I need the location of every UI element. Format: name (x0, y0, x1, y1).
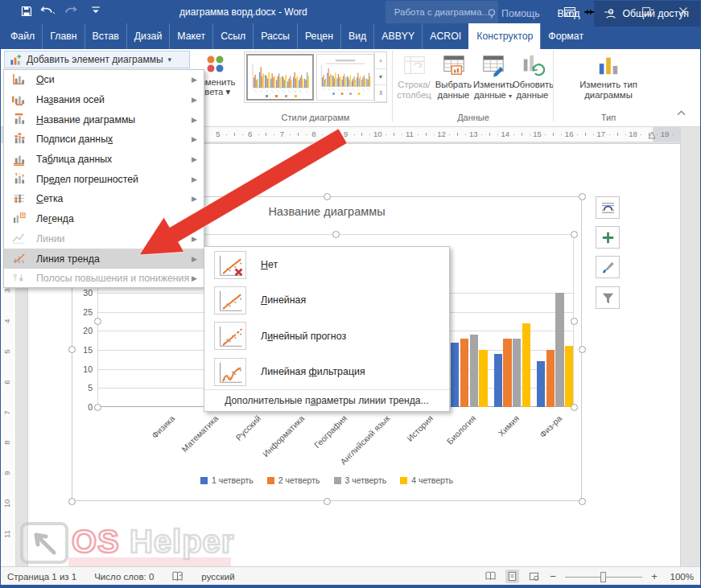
proofing-icon[interactable] (171, 570, 183, 582)
chart-title-icon (11, 113, 27, 126)
y-axis-label: 5 (68, 383, 93, 393)
menu-item-label: Оси (36, 74, 55, 85)
selection-handle[interactable] (94, 318, 101, 325)
selection-handle[interactable] (579, 193, 586, 200)
chart-styles-button[interactable] (596, 256, 620, 278)
chart-elements-button[interactable] (596, 226, 620, 249)
ruler-tick (394, 133, 394, 136)
gallery-more-button[interactable]: ⊼ (375, 85, 386, 102)
tab-acroi[interactable]: ACROI (422, 23, 468, 49)
submenu-item-trend-moving-avg[interactable]: Линейная фильтрация (204, 354, 449, 389)
menu-item-data-labels[interactable]: Подписи данных▶ (4, 130, 204, 150)
menu-item-legend[interactable]: Легенда▶ (4, 209, 204, 229)
ruler-number: 9 (344, 130, 348, 138)
y-axis-label: 20 (68, 326, 93, 335)
bar-3-четверть-7 (470, 335, 478, 407)
tab-макет[interactable]: Макет (169, 23, 212, 49)
undo-icon[interactable] (39, 5, 54, 19)
zoom-in-button[interactable]: + (650, 570, 658, 582)
share-button[interactable]: Общий доступ (594, 1, 700, 27)
submenu-item-trend-forecast[interactable]: Линейный прогноз (204, 319, 449, 354)
ruler-number: 7 (2, 407, 12, 418)
language-indicator[interactable]: русский (201, 572, 234, 582)
selection-handle[interactable] (332, 231, 340, 238)
submenu-item-trend-linear[interactable]: Линейная (204, 282, 449, 318)
tab-главн[interactable]: Главн (42, 23, 84, 49)
chart-style-thumbnail-1[interactable] (246, 54, 314, 101)
selection-handle[interactable] (571, 318, 578, 325)
menu-item-data-table[interactable]: Таблица данных▶ (4, 150, 204, 170)
selection-handle[interactable] (571, 231, 578, 238)
selection-handle[interactable] (324, 193, 331, 200)
tab-встав[interactable]: Встав (85, 23, 126, 49)
zoom-level[interactable]: 100% (666, 572, 694, 582)
menu-item-error-bars[interactable]: Предел погрешностей▶ (4, 169, 204, 189)
gridlines-icon (11, 192, 27, 205)
menu-item-chart-title[interactable]: Название диаграммы▶ (4, 109, 204, 130)
save-icon[interactable] (20, 5, 35, 19)
sign-in-link[interactable]: Вход (558, 8, 580, 19)
legend-item: 1 четверть (200, 475, 254, 485)
print-layout-icon[interactable] (505, 569, 519, 583)
bar-1-четверть-9 (537, 361, 545, 407)
selection-handle[interactable] (579, 346, 586, 353)
chart-filters-button[interactable] (596, 286, 620, 309)
tab-abbyy[interactable]: ABBYY (373, 23, 422, 49)
tab-формат[interactable]: Формат (540, 23, 591, 49)
web-layout-icon[interactable] (527, 569, 541, 583)
menu-item-gridlines[interactable]: Сетка▶ (4, 189, 204, 209)
chart-style-thumbnail-2[interactable] (316, 54, 374, 101)
tab-конструктор[interactable]: Конструктор (468, 23, 540, 49)
bar-2-четверть-7 (460, 339, 468, 407)
share-label: Общий доступ (622, 8, 689, 19)
chart-legend[interactable]: 1 четверть2 четверть3 четверть4 четверть (72, 475, 582, 485)
menu-item-trendline[interactable]: Линия тренда▶ (4, 249, 204, 269)
tab-дизай[interactable]: Дизай (126, 23, 170, 49)
customize-qat-icon[interactable] (91, 5, 105, 19)
zoom-slider-thumb[interactable] (600, 572, 606, 582)
menu-item-axis-titles[interactable]: Названия осей▶ (4, 90, 204, 110)
group-label-chart-styles: Стили диаграмм (244, 113, 387, 122)
tab-вид[interactable]: Вид (340, 23, 373, 49)
button-label-line2: данные (434, 90, 473, 101)
tab-ссыл[interactable]: Ссыл (212, 23, 253, 49)
read-mode-icon[interactable] (484, 569, 497, 583)
page-indicator[interactable]: Страница 1 из 1 (7, 572, 76, 582)
chart-styles-gallery: ▲ ▼ ⊼ (244, 51, 387, 103)
trend-none-icon (214, 251, 246, 279)
menu-item-axes[interactable]: Оси▶ (4, 70, 204, 90)
tab-рассы[interactable]: Рассы (253, 23, 297, 49)
button-обновитьданные[interactable]: Обновитьданные (513, 51, 552, 115)
y-axis-label: 25 (68, 307, 93, 317)
collapse-ribbon-button[interactable] (677, 110, 686, 116)
button-выбратьданные[interactable]: Выбратьданные (434, 51, 473, 115)
zoom-slider[interactable] (565, 571, 642, 582)
y-axis-label: 10 (68, 364, 93, 374)
tab-рецен[interactable]: Рецен (297, 23, 340, 49)
submenu-footer[interactable]: Дополнительные параметры линии тренда... (204, 389, 449, 410)
gallery-up-button[interactable]: ▲ (375, 52, 386, 69)
button-изменитьданные[interactable]: Изменитьданные ▾ (473, 51, 513, 115)
selection-handle[interactable] (324, 498, 331, 505)
tab-file[interactable]: Файл (1, 23, 42, 49)
group-label-data: Данные (394, 113, 552, 122)
submenu-item-trend-none[interactable]: Нет (204, 247, 449, 282)
selection-handle[interactable] (68, 346, 76, 353)
zoom-out-button[interactable]: − (549, 570, 557, 582)
button-строкастолбец: Строка/столбец (394, 51, 434, 115)
selection-handle[interactable] (579, 498, 586, 505)
change-chart-type-label-line2: диаграммы (564, 90, 653, 101)
change-chart-type-button[interactable]: Изменить тип диаграммы (564, 51, 653, 101)
menu-item-label: Названия осей (36, 94, 105, 105)
gallery-down-button[interactable]: ▼ (375, 69, 386, 86)
caret-down-icon: ▾ (168, 56, 172, 64)
selection-handle[interactable] (68, 498, 76, 505)
help-item[interactable]: Помощь (486, 8, 540, 19)
add-chart-element-button[interactable]: Добавить элемент диаграммы ▾ (4, 51, 190, 68)
selection-handle[interactable] (94, 404, 101, 411)
redo-icon[interactable] (64, 5, 78, 19)
layout-options-button[interactable] (596, 196, 620, 219)
selection-handle[interactable] (571, 404, 578, 411)
word-count[interactable]: Число слов: 0 (94, 572, 154, 582)
legend-icon (11, 212, 27, 225)
